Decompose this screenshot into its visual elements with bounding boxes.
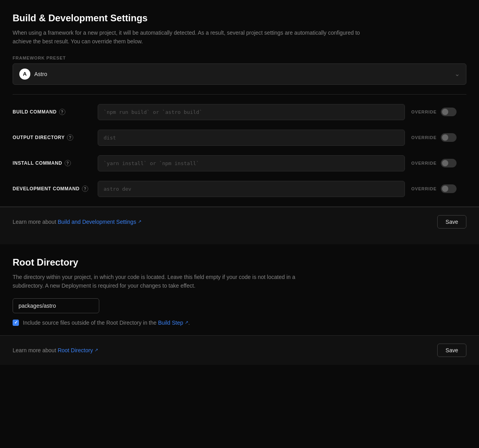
root-footer-text: Learn more about Root Directory ↗ [13, 347, 98, 353]
root-directory-description: The directory within your project, in wh… [13, 273, 328, 290]
section-divider [13, 94, 466, 95]
framework-value: Astro [34, 71, 47, 77]
root-directory-link[interactable]: Root Directory ↗ [58, 347, 98, 353]
install-override-toggle[interactable] [441, 159, 457, 167]
gap-section [0, 236, 479, 244]
build-override-label: OVERRIDE [411, 110, 437, 114]
build-command-input[interactable] [98, 104, 405, 120]
install-command-label: INSTALL COMMAND ? [13, 160, 91, 166]
framework-preset-dropdown[interactable]: A Astro ⌄ [13, 63, 466, 85]
build-settings-description: When using a framework for a new project… [13, 28, 367, 46]
framework-select-left: A Astro [19, 69, 47, 80]
build-command-label: BUILD COMMAND ? [13, 109, 91, 115]
build-settings-link[interactable]: Build and Development Settings ↗ [58, 219, 141, 225]
build-settings-footer: Learn more about Build and Development S… [0, 207, 479, 236]
build-footer-text: Learn more about Build and Development S… [13, 219, 141, 225]
dev-toggle-knob [442, 186, 448, 192]
install-command-input[interactable] [98, 155, 405, 171]
build-override-toggle[interactable] [441, 108, 457, 116]
command-rows: BUILD COMMAND ? OVERRIDE OUTPUT DIRECTOR… [13, 104, 466, 206]
build-command-help-icon[interactable]: ? [59, 109, 65, 115]
page-wrapper: Build & Development Settings When using … [0, 0, 479, 365]
install-command-help-icon[interactable]: ? [65, 160, 71, 166]
build-toggle-knob [442, 109, 448, 115]
build-settings-title: Build & Development Settings [13, 13, 466, 24]
checkbox-label: Include source files outside of the Root… [23, 320, 190, 326]
checkbox-check-icon: ✓ [14, 320, 18, 325]
output-directory-input[interactable] [98, 130, 405, 146]
include-source-row: ✓ Include source files outside of the Ro… [13, 320, 466, 326]
output-directory-label: OUTPUT DIRECTORY ? [13, 134, 91, 141]
dev-override-section: OVERRIDE [411, 184, 466, 193]
install-toggle-knob [442, 160, 448, 166]
install-override-section: OVERRIDE [411, 159, 466, 167]
root-directory-section: Root Directory The directory within your… [0, 244, 479, 326]
root-directory-footer: Learn more about Root Directory ↗ Save [0, 335, 479, 365]
dev-command-row: DEVELOPMENT COMMAND ? OVERRIDE [13, 181, 466, 197]
root-directory-title: Root Directory [13, 257, 466, 268]
include-source-checkbox[interactable]: ✓ [13, 320, 19, 326]
dev-command-label: DEVELOPMENT COMMAND ? [13, 186, 91, 192]
output-toggle-knob [442, 134, 448, 141]
build-step-link[interactable]: Build Step↗ [158, 320, 188, 326]
root-directory-save-button[interactable]: Save [437, 344, 466, 357]
dev-command-input[interactable] [98, 181, 405, 197]
dev-command-help-icon[interactable]: ? [82, 186, 88, 192]
astro-icon: A [19, 69, 30, 80]
output-directory-row: OUTPUT DIRECTORY ? OVERRIDE [13, 130, 466, 146]
root-directory-input[interactable] [13, 298, 99, 313]
build-settings-save-button[interactable]: Save [437, 215, 466, 229]
build-override-section: OVERRIDE [411, 108, 466, 116]
framework-label: FRAMEWORK PRESET [13, 56, 466, 60]
output-override-toggle[interactable] [441, 133, 457, 142]
install-override-label: OVERRIDE [411, 161, 437, 165]
output-override-label: OVERRIDE [411, 135, 437, 140]
dev-override-label: OVERRIDE [411, 186, 437, 191]
output-directory-help-icon[interactable]: ? [67, 134, 73, 141]
build-command-row: BUILD COMMAND ? OVERRIDE [13, 104, 466, 120]
build-step-external-icon: ↗ [185, 320, 188, 325]
output-override-section: OVERRIDE [411, 133, 466, 142]
dev-override-toggle[interactable] [441, 184, 457, 193]
install-command-row: INSTALL COMMAND ? OVERRIDE [13, 155, 466, 171]
build-settings-section: Build & Development Settings When using … [0, 0, 479, 207]
chevron-down-icon: ⌄ [455, 70, 460, 78]
external-link-icon: ↗ [138, 219, 141, 224]
root-external-link-icon: ↗ [95, 348, 98, 353]
